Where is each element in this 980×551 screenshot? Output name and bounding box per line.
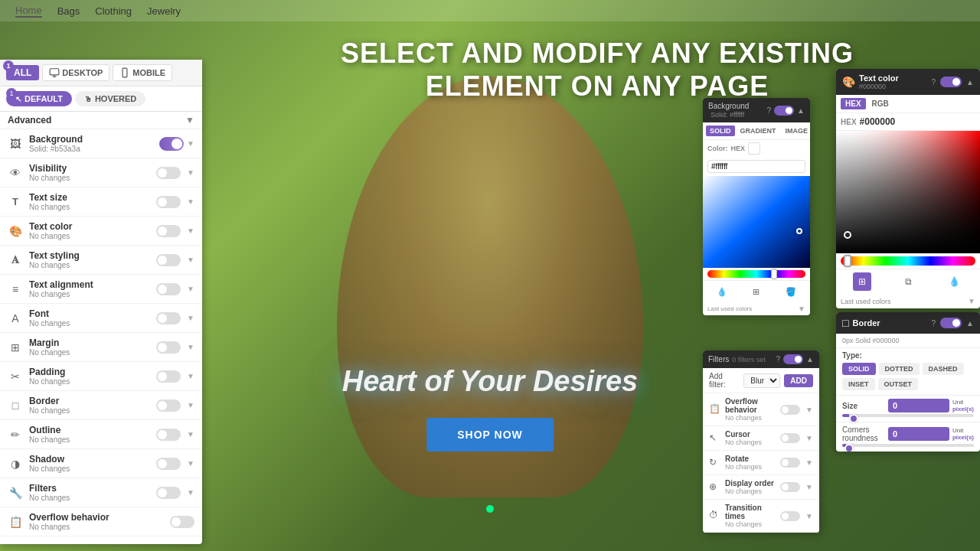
background-picker-collapse-icon[interactable]: ▲ xyxy=(797,106,805,115)
margin-chevron-icon[interactable]: ▼ xyxy=(187,343,194,351)
text-color-gradient[interactable] xyxy=(836,131,980,253)
border-chevron-icon[interactable]: ▼ xyxy=(187,401,194,409)
text-color-toggle[interactable] xyxy=(156,225,181,237)
overflow-toggle-fp[interactable] xyxy=(780,405,800,415)
text-color-grid-icon[interactable]: ⊞ xyxy=(853,272,871,291)
background-last-colors-chevron[interactable]: ▼ xyxy=(798,305,805,313)
background-color-swatch[interactable] xyxy=(748,142,760,155)
rotate-toggle-fp[interactable] xyxy=(780,458,800,468)
outline-toggle[interactable] xyxy=(156,429,181,441)
transition-chevron-icon[interactable]: ▼ xyxy=(805,512,813,520)
text-color-hue-slider[interactable] xyxy=(841,256,975,266)
background-gradient-thumb[interactable] xyxy=(796,228,802,234)
border-corners-input[interactable] xyxy=(888,427,949,441)
filters-chevron-icon[interactable]: ▼ xyxy=(187,488,194,497)
background-chevron-icon[interactable]: ▼ xyxy=(187,139,194,148)
background-color-toggle[interactable] xyxy=(159,137,184,151)
border-size-slider[interactable] xyxy=(842,414,974,417)
border-dashed-btn[interactable]: DASHED xyxy=(923,363,964,375)
border-corners-slider-thumb[interactable] xyxy=(844,444,854,452)
prop-text-size-sub: No changes xyxy=(29,203,150,211)
background-bucket-icon[interactable]: 🪣 xyxy=(782,283,799,300)
border-toggle-btn[interactable] xyxy=(940,318,962,328)
text-size-chevron-icon[interactable]: ▼ xyxy=(187,197,194,206)
border-corners-slider[interactable] xyxy=(842,444,974,447)
border-collapse-icon[interactable]: ▲ xyxy=(966,319,974,328)
border-solid-btn[interactable]: SOLID xyxy=(842,363,876,375)
add-filter-button[interactable]: ADD xyxy=(784,374,813,387)
text-color-hex-input[interactable] xyxy=(860,116,978,127)
border-toggle[interactable] xyxy=(156,399,181,412)
background-eyedropper-icon[interactable]: 💧 xyxy=(714,283,730,300)
background-hue-slider[interactable] xyxy=(707,270,805,278)
text-color-rgb-tab[interactable]: RGB xyxy=(867,98,893,109)
padding-toggle[interactable] xyxy=(156,370,181,383)
border-inset-btn[interactable]: INSET xyxy=(842,378,875,390)
text-color-help-icon[interactable]: ? xyxy=(932,78,936,86)
filters-panel-title: Filters xyxy=(708,355,729,364)
text-color-hex-tab[interactable]: HEX xyxy=(841,98,866,109)
last-colors-chevron-icon[interactable]: ▼ xyxy=(968,297,975,305)
text-color-hue-thumb[interactable] xyxy=(844,255,851,267)
filters-toggle-btn[interactable] xyxy=(783,354,803,364)
shop-now-button[interactable]: SHOP NOW xyxy=(426,418,554,452)
display-order-chevron-icon[interactable]: ▼ xyxy=(805,483,813,491)
font-toggle[interactable] xyxy=(156,312,181,324)
nav-home[interactable]: Home xyxy=(15,5,42,18)
shadow-chevron-icon[interactable]: ▼ xyxy=(187,459,194,468)
nav-clothing[interactable]: Clothing xyxy=(95,5,132,17)
filters-help-icon[interactable]: ? xyxy=(776,355,781,364)
overflow-chevron-icon[interactable]: ▼ xyxy=(805,406,813,414)
padding-chevron-icon[interactable]: ▼ xyxy=(187,372,194,380)
background-hex-input[interactable] xyxy=(707,160,805,173)
background-grid-icon[interactable]: ⊞ xyxy=(748,283,765,300)
text-color-toggle-btn[interactable] xyxy=(940,77,962,87)
filter-type-select[interactable]: Blur xyxy=(743,373,780,388)
text-color-chevron-icon[interactable]: ▼ xyxy=(187,227,194,235)
shadow-toggle[interactable] xyxy=(156,458,181,470)
visibility-toggle[interactable] xyxy=(156,167,181,179)
rotate-chevron-icon[interactable]: ▼ xyxy=(805,458,813,467)
cursor-chevron-icon[interactable]: ▼ xyxy=(805,434,813,442)
text-color-collapse-icon[interactable]: ▲ xyxy=(966,78,974,86)
tab-desktop[interactable]: DESKTOP xyxy=(42,64,109,81)
advanced-chevron-icon[interactable]: ▼ xyxy=(185,115,194,126)
text-color-eyedropper-icon[interactable]: 💧 xyxy=(945,272,963,291)
background-color-gradient[interactable] xyxy=(703,176,810,268)
visibility-chevron-icon[interactable]: ▼ xyxy=(187,168,194,177)
visibility-icon: 👁 xyxy=(8,165,23,181)
tab-all[interactable]: 1 ALL xyxy=(6,65,39,80)
background-hue-thumb[interactable] xyxy=(771,269,777,279)
font-chevron-icon[interactable]: ▼ xyxy=(187,314,194,322)
border-corners-unit: Unit xyxy=(952,427,974,434)
background-picker-toggle[interactable] xyxy=(774,106,794,116)
text-alignment-chevron-icon[interactable]: ▼ xyxy=(187,285,194,293)
background-gradient-tab[interactable]: GRADIENT xyxy=(737,126,780,136)
background-picker-help-icon[interactable]: ? xyxy=(767,106,772,115)
border-dotted-btn[interactable]: DOTTED xyxy=(879,363,920,375)
tab-hovered[interactable]: 🖱 HOVERED xyxy=(75,91,145,106)
border-help-icon[interactable]: ? xyxy=(932,319,936,328)
margin-toggle[interactable] xyxy=(156,341,181,354)
overflow-toggle[interactable] xyxy=(170,516,194,528)
text-color-gradient-thumb[interactable] xyxy=(844,231,851,239)
outline-chevron-icon[interactable]: ▼ xyxy=(187,430,194,439)
border-outset-btn[interactable]: OUTSET xyxy=(878,378,919,390)
tab-mobile[interactable]: MOBILE xyxy=(113,64,172,81)
text-size-toggle[interactable] xyxy=(156,196,181,208)
text-styling-toggle[interactable] xyxy=(156,254,181,266)
border-size-input[interactable] xyxy=(888,399,949,412)
transition-toggle-fp[interactable] xyxy=(780,511,800,521)
cursor-toggle-fp[interactable] xyxy=(780,433,800,443)
padding-icon: ✂ xyxy=(8,369,23,384)
text-alignment-toggle[interactable] xyxy=(156,283,181,295)
filters-collapse-icon[interactable]: ▲ xyxy=(806,355,814,364)
nav-bags[interactable]: Bags xyxy=(57,5,80,17)
display-order-toggle-fp[interactable] xyxy=(780,482,800,492)
text-color-sliders-icon[interactable]: ⧉ xyxy=(899,272,917,291)
text-styling-chevron-icon[interactable]: ▼ xyxy=(187,256,194,264)
background-solid-tab[interactable]: SOLID xyxy=(706,126,735,136)
filters-toggle[interactable] xyxy=(156,487,181,499)
background-image-tab[interactable]: IMAGE xyxy=(782,126,810,136)
nav-jewelry[interactable]: Jewelry xyxy=(147,5,181,17)
